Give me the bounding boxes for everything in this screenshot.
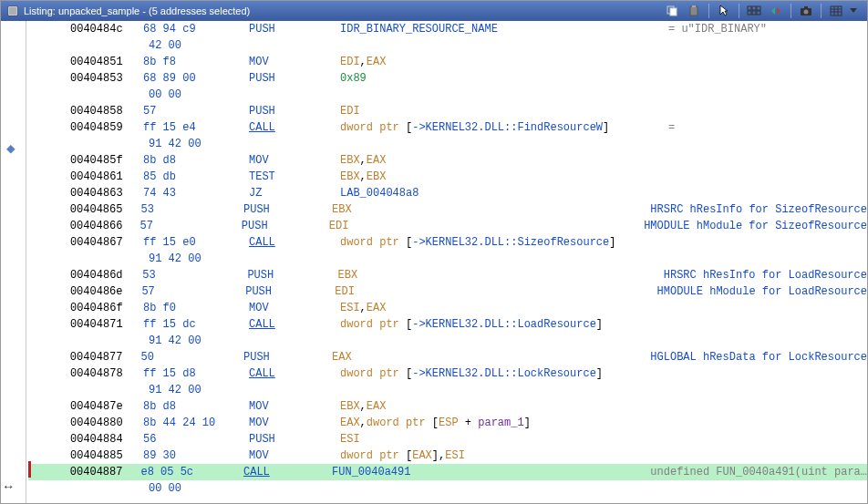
listing-row[interactable]: 00404859ff 15 e4CALLdword ptr [->KERNEL3… — [28, 119, 867, 136]
listing-row[interactable]: 00404878ff 15 d8CALLdword ptr [->KERNEL3… — [28, 365, 867, 382]
address: 0040486d — [70, 267, 142, 283]
comment: HMODULE hModule for LoadResource — [657, 283, 867, 300]
comment: = — [668, 119, 675, 136]
gutter[interactable]: ◆ ↔ — [1, 21, 26, 503]
svg-rect-7 — [690, 6, 698, 15]
titlebar-title: Listing: unpacked_sample - (5 addresses … — [24, 5, 659, 16]
marker-icon[interactable]: ◆ — [6, 139, 19, 152]
svg-rect-11 — [757, 6, 760, 10]
listing-row[interactable]: 0040486657PUSHEDIHMODULE hModule for Siz… — [28, 218, 867, 234]
bytes: 68 89 00 — [143, 70, 249, 87]
address: 00404885 — [70, 447, 143, 464]
listing-row[interactable]: 0040488589 30MOVdword ptr [EAX],ESI — [28, 447, 867, 464]
listing-row[interactable]: 00404867ff 15 e0CALLdword ptr [->KERNEL3… — [28, 234, 867, 251]
listing-row[interactable]: 00404887e8 05 5cCALLFUN_0040a491undefine… — [28, 464, 867, 480]
listing-row[interactable]: 91 42 00 — [28, 136, 867, 152]
bytes: 53 — [142, 267, 247, 283]
svg-point-17 — [804, 10, 809, 15]
listing-row[interactable]: 0040485f8b d8MOVEBX,EAX — [28, 152, 867, 169]
mnemonic: CALL — [249, 234, 340, 251]
listing-row[interactable]: 0040486374 43JZLAB_004048a8 — [28, 185, 867, 201]
listing-row[interactable]: 00404871ff 15 dcCALLdword ptr [->KERNEL3… — [28, 316, 867, 333]
nav-arrow-icon[interactable]: ↔ — [5, 479, 12, 494]
address: 00404871 — [70, 316, 143, 333]
copy-icon[interactable] — [663, 3, 681, 19]
listing-row[interactable]: 91 42 00 — [28, 333, 867, 349]
svg-rect-13 — [752, 11, 756, 15]
operands: dword ptr [->KERNEL32.DLL::LoadResource] — [340, 316, 668, 333]
operands: ESI,EAX — [340, 300, 668, 316]
operands: EBX — [338, 267, 664, 283]
mnemonic: PUSH — [249, 103, 340, 119]
listing-row[interactable]: 0040486185 dbTESTEBX,EBX — [28, 169, 867, 185]
listing-row[interactable]: 0040486f8b f0MOVESI,EAX — [28, 300, 867, 316]
address: 00404880 — [70, 415, 143, 431]
listing-row[interactable]: 91 42 00 — [28, 382, 867, 398]
listing-row[interactable]: 004048518b f8MOVEDI,EAX — [28, 54, 867, 70]
address: 0040486f — [70, 300, 143, 316]
svg-rect-6 — [670, 8, 677, 15]
listing-row[interactable]: 0040486d53PUSHEBXHRSRC hResInfo for Load… — [28, 267, 867, 283]
bytes: 8b 44 24 10 — [143, 415, 249, 431]
bytes-continuation: 91 42 00 — [149, 251, 254, 267]
bytes: ff 15 e0 — [143, 234, 249, 251]
bytes: e8 05 5c — [140, 464, 243, 480]
mnemonic: MOV — [249, 54, 340, 70]
diff-icon[interactable] — [767, 3, 785, 19]
mnemonic: MOV — [249, 300, 340, 316]
address: 0040485f — [70, 152, 143, 169]
operands: FUN_0040a491 — [332, 464, 650, 480]
operands: EBX,EAX — [340, 398, 668, 415]
mnemonic: CALL — [249, 119, 340, 136]
listing-row[interactable]: 0040487750PUSHEAXHGLOBAL hResData for Lo… — [28, 349, 867, 365]
bytes: ff 15 dc — [143, 316, 249, 333]
listing-row[interactable]: 0040485368 89 00PUSH0x89 — [28, 70, 867, 87]
listing-row[interactable]: 91 42 00 — [28, 251, 867, 267]
listing-row[interactable]: 00 00 — [28, 480, 867, 497]
operands: EBX — [332, 201, 650, 218]
address: 00404887 — [70, 464, 141, 480]
dropdown-icon[interactable] — [849, 3, 858, 19]
table-icon[interactable] — [827, 3, 845, 19]
mnemonic: MOV — [249, 398, 340, 415]
comment: HGLOBAL hResData for LockResource — [650, 349, 867, 365]
paste-icon[interactable] — [685, 3, 703, 19]
operands: dword ptr [->KERNEL32.DLL::LockResource] — [340, 365, 668, 382]
svg-rect-10 — [752, 6, 756, 10]
mnemonic: PUSH — [243, 201, 332, 218]
mnemonic: JZ — [249, 185, 340, 201]
address: 00404877 — [70, 349, 141, 365]
mnemonic: PUSH — [247, 267, 337, 283]
address: 00404861 — [70, 169, 143, 185]
operands: EAX,dword ptr [ESP + param_1] — [340, 415, 668, 431]
titlebar: Listing: unpacked_sample - (5 addresses … — [1, 1, 867, 21]
address: 00404858 — [70, 103, 143, 119]
listing-row[interactable]: 0040485857PUSHEDI — [28, 103, 867, 119]
bytes: 74 43 — [143, 185, 249, 201]
mnemonic: CALL — [243, 464, 332, 480]
bytes: ff 15 d8 — [143, 365, 249, 382]
operands: EDI,EAX — [340, 54, 668, 70]
listing-row[interactable]: 0040486e57PUSHEDIHMODULE hModule for Loa… — [28, 283, 867, 300]
address: 00404859 — [70, 119, 143, 136]
listing-row[interactable]: 0040488456PUSHESI — [28, 431, 867, 447]
listing-body[interactable]: 0040484c68 94 c9PUSHIDR_BINARY_RESOURCE_… — [26, 21, 867, 503]
fields-icon[interactable] — [745, 3, 763, 19]
listing-row[interactable]: 42 00 — [28, 37, 867, 54]
svg-rect-14 — [757, 11, 760, 15]
snapshot-icon[interactable] — [797, 3, 815, 19]
listing-row[interactable]: 0040487e8b d8MOVEBX,EAX — [28, 398, 867, 415]
cursor-icon[interactable] — [715, 3, 733, 19]
separator — [790, 4, 791, 18]
listing-row[interactable]: 004048808b 44 24 10MOVEAX,dword ptr [ESP… — [28, 415, 867, 431]
listing-window: Listing: unpacked_sample - (5 addresses … — [0, 0, 868, 504]
operands: EAX — [332, 349, 650, 365]
address: 00404878 — [70, 365, 143, 382]
operands: 0x89 — [340, 70, 668, 87]
listing-row[interactable]: 0040486553PUSHEBXHRSRC hResInfo for Size… — [28, 201, 867, 218]
listing-row[interactable]: 0040484c68 94 c9PUSHIDR_BINARY_RESOURCE_… — [28, 21, 867, 37]
listing-row[interactable]: 00 00 — [28, 87, 867, 103]
mnemonic: PUSH — [243, 349, 332, 365]
operands: EBX,EAX — [340, 152, 668, 169]
operands: EDI — [340, 103, 668, 119]
